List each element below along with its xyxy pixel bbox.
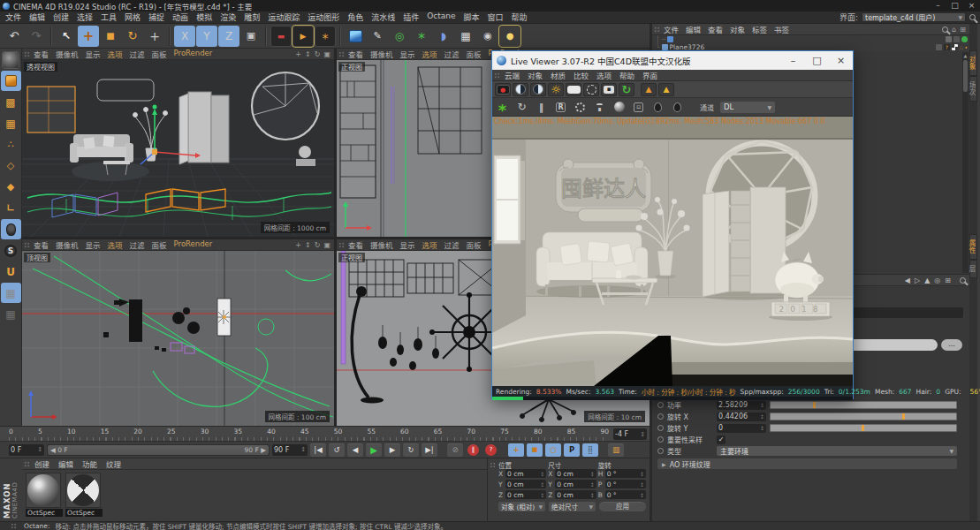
material-menu-item[interactable]: 纹理 (106, 458, 121, 469)
material-item[interactable]: OctSpec (26, 473, 63, 517)
viewport-menu-item[interactable]: ProRender (174, 239, 213, 250)
om-menu-item[interactable]: 编辑 (686, 24, 701, 34)
menu-item[interactable]: 角色 (347, 11, 363, 23)
menu-item[interactable]: 脚本 (464, 11, 480, 23)
viewport-menu-item[interactable]: 面板 (152, 239, 167, 250)
om-menu-item[interactable]: 对象 (730, 24, 745, 34)
viewport-menu-item[interactable]: 选项 (422, 49, 437, 59)
scale-icon[interactable]: ■ (100, 26, 121, 47)
om-menu-item[interactable]: 文件 (664, 24, 679, 34)
live-selection-icon[interactable]: ↖ (56, 26, 77, 47)
attr-header-icon[interactable]: ◀ (905, 276, 910, 284)
viewport-menu-item[interactable]: 显示 (86, 239, 101, 250)
menu-item[interactable]: 帮助 (512, 11, 528, 23)
viewport-top[interactable]: 查看摄像机显示选项过滤面板ProRender +↕↻▣ 顶视图 网格间距 : 1… (22, 239, 334, 426)
autokey-button[interactable]: ⊘ (447, 443, 463, 457)
viewport-menu-item[interactable]: 过滤 (444, 49, 460, 59)
close-button[interactable]: × (963, 0, 980, 11)
recycle-icon[interactable]: ↻ (619, 83, 634, 96)
gap[interactable] (440, 443, 444, 457)
sampling-checkbox[interactable]: ✓ (717, 435, 726, 444)
viewport-nav-icon[interactable]: ▣ (323, 50, 330, 58)
sun-icon[interactable]: ☼ (548, 83, 564, 96)
position-field[interactable]: Y0 cm↕ (498, 480, 546, 488)
menu-item[interactable]: Octane (427, 11, 455, 23)
goto-start-button[interactable]: |◀ (310, 443, 326, 457)
material-ball-icon[interactable] (613, 102, 625, 112)
menu-item[interactable]: 雕刻 (244, 11, 260, 23)
menu-item[interactable]: 工具 (101, 11, 117, 23)
menu-item[interactable]: 网格 (125, 11, 141, 23)
menu-item[interactable]: 流水线 (371, 11, 395, 23)
play-backwards-button[interactable]: ↺ (329, 443, 345, 457)
dock-tab[interactable]: 层 (969, 260, 977, 278)
end-frame-spinner[interactable]: 90 F↕ (272, 444, 308, 456)
axis-x-toggle[interactable]: X (174, 26, 195, 47)
workplane-lock-icon[interactable]: ▦ (1, 283, 21, 303)
viewport-menu-item[interactable]: 过滤 (130, 239, 145, 250)
workplane-interactive-icon[interactable]: ▦ (1, 304, 21, 324)
compare-ab-icon[interactable] (513, 83, 528, 96)
lv-menu-item[interactable]: 界面 (642, 70, 657, 80)
material-menu-item[interactable]: 编辑 (58, 458, 73, 469)
key-rotation-toggle[interactable]: ○ (545, 443, 561, 457)
film-region-icon[interactable] (583, 83, 599, 96)
om-icon[interactable]: ⌂ (952, 26, 956, 34)
undo-icon[interactable]: ↶ (4, 26, 25, 47)
menu-item[interactable]: 运动图形 (308, 11, 339, 23)
live-viewer-window[interactable]: Live Viewer 3.07-R2 中国C4D联盟中文汉化版 – □ × 云… (491, 50, 854, 399)
points-mode-icon[interactable]: ∴ (1, 134, 21, 155)
record-button[interactable]: ‖ (467, 444, 479, 456)
lv-close-button[interactable]: × (829, 51, 853, 70)
texture-mode-icon[interactable]: ▩ (1, 92, 21, 112)
type-dropdown[interactable]: 主要环境▼ (717, 446, 957, 456)
spline-pen-icon[interactable]: ✎ (367, 26, 388, 47)
pause-render-icon[interactable]: ‖ (536, 102, 547, 112)
picker-icon[interactable]: ▫ (633, 102, 644, 112)
play-button[interactable]: ▶ (366, 443, 382, 457)
material-pin-icon[interactable] (672, 102, 683, 112)
current-frame-spinner[interactable]: 0 F↕ (9, 444, 44, 456)
menu-item[interactable]: 插件 (403, 11, 419, 23)
viewport-menu-item[interactable]: 过滤 (130, 49, 145, 59)
sketch-style-thumb[interactable] (1, 49, 21, 70)
lv-menu-item[interactable]: 帮助 (619, 70, 634, 80)
viewport-menu-item[interactable]: 面板 (467, 239, 482, 250)
snap-icon[interactable]: S (1, 240, 21, 261)
attr-header-icon[interactable]: ▷ (915, 276, 920, 284)
separator[interactable] (50, 26, 52, 46)
viewport-menu-item[interactable]: 查看 (34, 49, 49, 59)
lv-title-bar[interactable]: Live Viewer 3.07-R2 中国C4D联盟中文汉化版 – □ × (492, 51, 853, 70)
render-region-icon[interactable] (566, 83, 581, 96)
viewport-menu-item[interactable]: 摄像机 (370, 239, 393, 250)
om-search-icon[interactable] (942, 26, 948, 33)
prev-frame-button[interactable]: ◀ (347, 443, 363, 457)
area-light-icon[interactable]: ▲ (658, 83, 674, 96)
lv-maximize-button[interactable]: □ (805, 51, 829, 70)
rotation-field[interactable]: P0 °↕ (598, 480, 646, 488)
render-camera-icon[interactable]: ● (495, 83, 511, 96)
menu-item[interactable]: 动画 (172, 11, 188, 23)
model-mode-icon[interactable] (1, 71, 21, 91)
attr-search-icon[interactable] (960, 277, 966, 284)
edges-mode-icon[interactable]: ◇ (1, 155, 21, 176)
focus-pin-icon[interactable] (652, 102, 664, 112)
ao-group-bar[interactable]: ▶AO 环境纹理 (657, 458, 957, 469)
maximize-button[interactable]: □ (946, 0, 963, 11)
viewport-nav-icon[interactable]: + (295, 241, 301, 249)
move-icon[interactable]: + (78, 26, 99, 47)
dock-tab[interactable]: 属性 (969, 234, 977, 260)
viewport-menu-item[interactable]: 选项 (422, 239, 437, 250)
viewport-menu-item[interactable]: ProRender (174, 49, 213, 59)
key-scale-toggle[interactable]: ■ (527, 443, 543, 457)
size-field[interactable]: Z0 cm↕ (548, 490, 596, 499)
viewport-menu-item[interactable]: 面板 (467, 49, 482, 59)
material-item[interactable]: OctSpec (65, 473, 103, 517)
timeline-ruler[interactable]: 051015202530354045505560657075808590 -4 … (0, 426, 650, 441)
camera-icon[interactable]: ◉ (477, 26, 498, 47)
viewport-menu-item[interactable]: 查看 (348, 49, 363, 59)
om-icon[interactable]: ⊞ (960, 26, 966, 34)
om-menu-item[interactable]: 书签 (774, 24, 789, 34)
menu-item[interactable]: 模拟 (196, 11, 212, 23)
size-field[interactable]: X0 cm↕ (548, 469, 596, 478)
